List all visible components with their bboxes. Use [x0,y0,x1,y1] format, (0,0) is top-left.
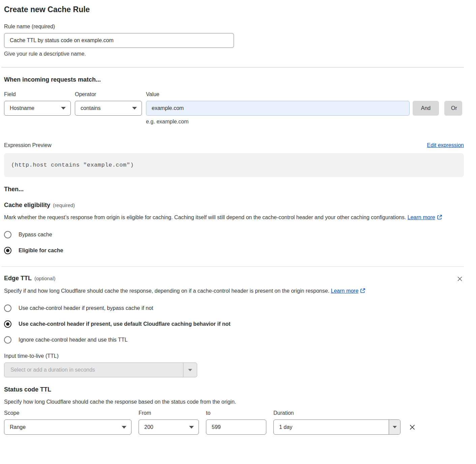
chevron-down-icon [393,426,397,428]
rule-name-label: Rule name (required) [4,24,464,30]
value-input[interactable] [146,101,410,116]
operator-label: Operator [75,91,142,97]
then-heading: Then... [4,186,464,193]
radio-use-header-bypass[interactable]: Use cache-control header if present, byp… [4,304,464,312]
value-group: Value [146,91,410,116]
radio-eligible-for-cache[interactable]: Eligible for cache [4,247,464,254]
chevron-down-icon [122,426,126,429]
cache-eligibility-options: Bypass cache Eligible for cache [4,231,464,254]
duration-select-value: 1 day [274,420,389,434]
radio-bypass-cache[interactable]: Bypass cache [4,231,464,238]
external-link-icon [360,288,365,293]
expression-code-box: (http.host contains "example.com") [4,153,464,177]
cache-eligibility-learn-more-link[interactable]: Learn more [408,214,435,220]
scope-select-value: Range [10,424,26,430]
close-icon [456,276,463,282]
edge-ttl-title-row: Edge TTL (optional) [4,275,56,282]
chevron-down-icon [61,107,66,110]
from-select-value: 200 [144,424,153,430]
section-divider [1,67,464,67]
ttl-input-label: Input time-to-live (TTL) [4,353,464,359]
cache-eligibility-title: Cache eligibility [4,202,50,209]
expression-preview-row: Expression Preview Edit expression [4,142,464,148]
operator-select-value: contains [81,105,101,111]
scope-select[interactable]: Range [4,419,131,435]
rule-name-input[interactable] [4,33,234,48]
radio-icon[interactable] [4,304,11,312]
radio-label: Bypass cache [19,232,52,238]
to-select[interactable]: 599 [206,419,266,435]
field-select[interactable]: Hostname [4,101,71,116]
status-code-ttl-row: Range 200 599 1 day [4,419,464,435]
status-code-ttl-description-text: Specify how long Cloudflare should cache… [4,399,236,405]
radio-icon-selected[interactable] [4,247,11,254]
edge-ttl-header: Edge TTL (optional) [4,275,464,283]
radio-label: Eligible for cache [19,248,63,254]
edge-ttl-learn-more-link[interactable]: Learn more [331,288,359,294]
remove-status-code-row-button[interactable] [408,423,417,432]
edge-ttl-close-button[interactable] [456,275,464,283]
cache-eligibility-header: Cache eligibility (required) [4,202,464,209]
field-select-value: Hostname [10,105,34,111]
duration-dropdown-button[interactable] [389,420,400,434]
ttl-duration-dropdown-button[interactable] [183,363,197,377]
status-code-ttl-header: Status code TTL [4,386,464,393]
match-condition-row: Field Hostname Operator contains Value A… [4,91,464,116]
from-select[interactable]: 200 [139,419,199,435]
ttl-duration-select[interactable]: Select or add a duration in seconds [4,362,197,377]
field-label: Field [4,91,71,97]
to-label: to [206,410,266,416]
radio-label: Use cache-control header if present, byp… [19,305,153,311]
create-cache-rule-form: Create new Cache Rule Rule name (require… [4,0,464,435]
chevron-down-icon [189,426,194,429]
status-code-ttl-description: Specify how long Cloudflare should cache… [4,397,457,407]
cache-eligibility-description-text: Mark whether the request’s response from… [4,214,406,220]
edge-ttl-description: Specify if and how long Cloudflare shoul… [4,286,457,296]
and-button[interactable]: And [413,101,439,116]
value-label: Value [146,91,410,97]
rule-name-help: Give your rule a descriptive name. [4,51,464,57]
radio-icon-selected[interactable] [4,320,11,328]
cache-eligibility-required-flag: (required) [53,202,75,208]
radio-label: Use cache-control header if present, use… [19,321,231,327]
expression-code: (http.host contains "example.com") [11,162,134,168]
duration-label: Duration [273,410,400,416]
status-code-ttl-labels: Scope From to Duration [4,410,464,416]
section-divider [1,266,464,267]
radio-ignore-header-use-ttl[interactable]: Ignore cache-control header and use this… [4,336,464,344]
edge-ttl-title: Edge TTL [4,275,32,282]
value-hint: e.g. example.com [146,119,464,125]
edit-expression-link[interactable]: Edit expression [427,142,464,148]
from-label: From [139,410,199,416]
edge-ttl-options: Use cache-control header if present, byp… [4,304,464,344]
radio-icon[interactable] [4,336,11,344]
external-link-icon [437,214,442,220]
cache-eligibility-description: Mark whether the request’s response from… [4,213,457,222]
match-section-heading: When incoming requests match... [4,76,464,83]
radio-use-header-default[interactable]: Use cache-control header if present, use… [4,320,464,328]
close-icon [409,424,416,431]
or-button[interactable]: Or [444,101,462,116]
ttl-duration-placeholder: Select or add a duration in seconds [4,367,183,373]
scope-label: Scope [4,410,131,416]
edge-ttl-description-text: Specify if and how long Cloudflare shoul… [4,288,329,294]
status-code-ttl-title: Status code TTL [4,386,51,393]
edge-ttl-optional-flag: (optional) [34,276,56,281]
chevron-down-icon [188,369,192,371]
radio-icon[interactable] [4,231,11,238]
to-select-value: 599 [212,424,221,430]
chevron-down-icon [132,107,137,110]
radio-label: Ignore cache-control header and use this… [19,337,127,343]
duration-select[interactable]: 1 day [273,419,400,435]
expression-preview-label: Expression Preview [4,142,52,148]
operator-group: Operator contains [75,91,142,116]
field-group: Field Hostname [4,91,71,116]
page-title: Create new Cache Rule [4,5,464,14]
operator-select[interactable]: contains [75,101,142,116]
